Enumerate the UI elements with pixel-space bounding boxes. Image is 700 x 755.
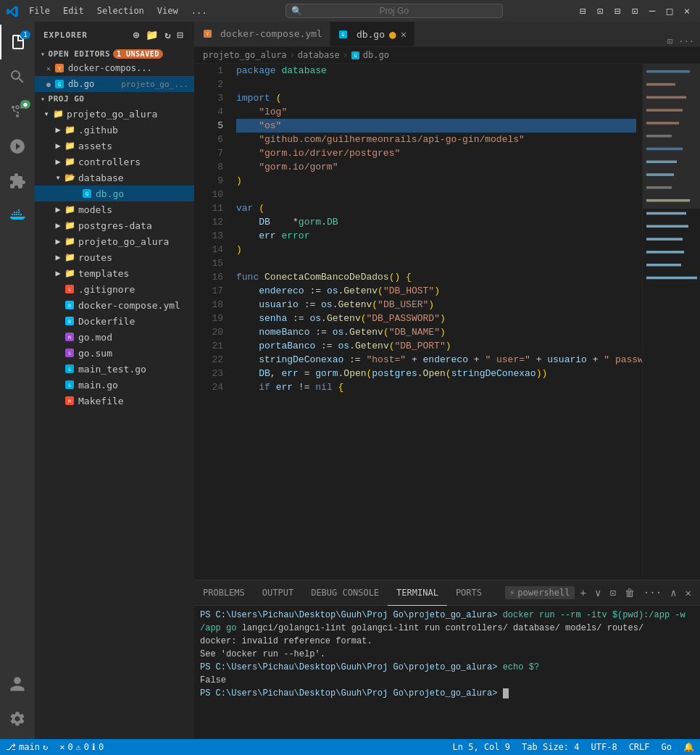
models-folder-icon: 📁 (64, 204, 75, 215)
github-folder-icon: 📁 (64, 124, 75, 135)
tree-item-projeto[interactable]: ▶ 📁 projeto_go_alura (35, 233, 194, 249)
sidebar-toggle-btn[interactable]: ⊟ (575, 6, 590, 16)
terminal-tab-ports[interactable]: PORTS (447, 580, 491, 606)
terminal-more-btn[interactable]: ··· (641, 585, 664, 600)
activity-explorer[interactable]: 1 (0, 25, 35, 59)
minimize-btn[interactable]: ─ (645, 6, 659, 16)
project-root-header[interactable]: ▾ PROJ GO (35, 92, 194, 106)
tree-item-models[interactable]: ▶ 📁 models (35, 201, 194, 217)
code-content[interactable]: package database import ( "log" "os" "gi… (230, 64, 642, 580)
status-position[interactable]: Ln 5, Col 9 (447, 742, 516, 752)
activity-account[interactable] (0, 667, 35, 701)
docker-compose-icon: D (64, 299, 75, 311)
more-actions-icon[interactable]: ··· (678, 36, 694, 46)
term-path-1: PS C:\Users\Pichau\Desktop\Guuh\Proj Go\… (200, 610, 497, 620)
terminal-dropdown-btn[interactable]: ∨ (592, 585, 604, 600)
editor-actions: ⊡ ··· (662, 36, 700, 46)
open-editors-section[interactable]: ▾ Open Editors 1 unsaved (35, 48, 194, 60)
tab-db-close[interactable]: ✕ (401, 28, 407, 40)
open-file-db-go[interactable]: ● G db.go projeto_go_... (35, 76, 194, 92)
code-line-9: ) (236, 174, 636, 188)
tree-item-dockerfile[interactable]: D Dockerfile (35, 313, 194, 329)
new-folder-btn[interactable]: 📁 (144, 28, 160, 42)
menu-selection[interactable]: Selection (91, 4, 150, 17)
activity-search[interactable] (0, 59, 35, 94)
tree-item-makefile[interactable]: M Makefile (35, 393, 194, 409)
svg-text:G: G (342, 32, 345, 38)
tab-db-go[interactable]: G db.go ● ✕ (330, 22, 414, 46)
breadcrumb-root[interactable]: projeto_go_alura (203, 50, 287, 60)
gitignore-icon: G (64, 283, 75, 295)
open-file-docker-compose[interactable]: ✕ Y docker-compos... (35, 60, 194, 76)
tree-item-routes[interactable]: ▶ 📁 routes (35, 249, 194, 265)
tree-item-go-sum[interactable]: S go.sum (35, 345, 194, 361)
breadcrumb-database[interactable]: database (298, 50, 340, 60)
code-editor[interactable]: 1234 5 678910 1112131415 1617181920 2122… (194, 64, 642, 580)
minimap-slider[interactable] (643, 64, 700, 209)
status-tab-size[interactable]: Tab Size: 4 (516, 742, 585, 752)
svg-rect-45 (646, 238, 683, 241)
breadcrumb: projeto_go_alura › database › G db.go (194, 47, 700, 64)
status-branch[interactable]: ⎇ main ↻ (0, 739, 54, 755)
layout-btn-2[interactable]: ⊟ (610, 6, 625, 16)
tree-item-main-go[interactable]: G main.go (35, 377, 194, 393)
collapse-btn[interactable]: ⊟ (176, 28, 186, 42)
terminal-content[interactable]: PS C:\Users\Pichau\Desktop\Guuh\Proj Go\… (194, 606, 700, 739)
tab-docker-name: docker-compose.yml (220, 28, 322, 39)
close-icon[interactable]: ✕ (46, 64, 51, 72)
refresh-btn[interactable]: ↻ (163, 28, 172, 42)
terminal-shell-indicator[interactable]: ⚡ powershell (505, 586, 574, 599)
status-bell[interactable]: 🔔 (678, 742, 700, 752)
menu-more[interactable]: ... (186, 4, 213, 17)
tree-item-templates[interactable]: ▶ 📁 templates (35, 265, 194, 281)
tree-item-controllers[interactable]: ▶ 📁 controllers (35, 154, 194, 170)
tree-item-main-test[interactable]: G main_test.go (35, 361, 194, 377)
maximize-btn[interactable]: □ (662, 6, 677, 16)
status-line-ending[interactable]: CRLF (623, 742, 656, 752)
tree-item-postgres-data[interactable]: ▶ 📁 postgres-data (35, 217, 194, 233)
tree-item-github[interactable]: ▶ 📁 .github (35, 122, 194, 138)
activity-settings[interactable] (0, 701, 35, 736)
terminal-tab-problems[interactable]: PROBLEMS (194, 580, 254, 606)
terminal-tab-output[interactable]: OUTPUT (254, 580, 302, 606)
menu-edit[interactable]: Edit (57, 4, 90, 17)
new-file-btn[interactable]: ⊕ (132, 28, 141, 42)
layout-btn-3[interactable]: ⊡ (628, 6, 642, 16)
tree-item-db-go[interactable]: G db.go (35, 185, 194, 201)
status-errors[interactable]: ✕ 0 ⚠ 0 ℹ 0 (54, 739, 109, 755)
tree-item-assets[interactable]: ▶ 📁 assets (35, 138, 194, 154)
terminal-tab-terminal[interactable]: TERMINAL (388, 580, 447, 606)
svg-text:G: G (68, 383, 71, 388)
global-search-input[interactable] (286, 4, 503, 18)
terminal-trash-btn[interactable]: 🗑 (622, 585, 638, 600)
terminal-close-btn[interactable]: ✕ (683, 585, 694, 600)
tree-item-database[interactable]: ▾ 📂 database (35, 170, 194, 185)
activity-extensions[interactable] (0, 164, 35, 199)
tab-docker-compose[interactable]: Y docker-compose.yml ✕ (194, 22, 330, 46)
terminal-maximize-btn[interactable]: ∧ (667, 585, 679, 600)
database-chevron: ▾ (52, 172, 64, 183)
breadcrumb-filename: db.go (363, 50, 389, 60)
split-editor-icon[interactable]: ⊡ (667, 36, 672, 46)
code-line-16: func ConectaComBancoDeDados() { (236, 270, 636, 284)
close-btn[interactable]: × (680, 6, 694, 16)
tree-item-root[interactable]: ▾ 📁 projeto_go_alura (35, 106, 194, 122)
terminal-add-btn[interactable]: + (578, 585, 589, 600)
activity-git[interactable]: ● (0, 94, 35, 129)
layout-btn-1[interactable]: ⊡ (593, 6, 607, 16)
git-badge: ● (20, 100, 30, 109)
terminal-area: PROBLEMS OUTPUT DEBUG CONSOLE TERMINAL P… (194, 580, 700, 739)
activity-run[interactable] (0, 129, 35, 164)
status-language[interactable]: Go (656, 742, 678, 752)
titlebar-left: File Edit Selection View ... (0, 4, 218, 17)
status-encoding[interactable]: UTF-8 (586, 742, 623, 752)
activity-docker[interactable] (0, 199, 35, 233)
tree-item-go-mod[interactable]: M go.mod (35, 329, 194, 345)
menu-view[interactable]: View (151, 4, 184, 17)
terminal-tab-debug[interactable]: DEBUG CONSOLE (302, 580, 388, 606)
menu-file[interactable]: File (23, 4, 56, 17)
terminal-right-actions: ⚡ powershell + ∨ ⊡ 🗑 ··· ∧ ✕ (505, 585, 700, 600)
tree-item-gitignore[interactable]: G .gitignore (35, 281, 194, 297)
tree-item-docker-compose[interactable]: D docker-compose.yml (35, 297, 194, 313)
terminal-split-btn[interactable]: ⊡ (607, 585, 618, 600)
